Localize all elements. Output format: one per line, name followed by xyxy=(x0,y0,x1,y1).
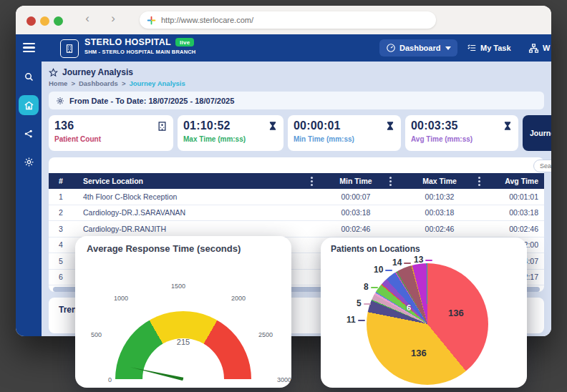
hospital-name: STERLO HOSPITAL xyxy=(84,37,171,47)
gauge-tick: 500 xyxy=(91,331,102,338)
gauge-tick: 2000 xyxy=(231,295,246,302)
stat-max-time: 01:10:52 Max Time (mm:ss) xyxy=(178,115,284,151)
pie-chart-card: Patients on Locations 136 136 6 11 5 8 1… xyxy=(321,237,527,388)
stat-patient-count: 136 Patient Count xyxy=(49,115,173,151)
breadcrumb-home[interactable]: Home xyxy=(49,79,67,87)
gauge-tick: 1500 xyxy=(171,283,185,290)
hospital-title-block: STERLO HOSPITAL live SHM - STERLO HOSPIT… xyxy=(84,37,196,55)
nav-ward[interactable]: W xyxy=(528,39,550,57)
column-menu-icon[interactable] xyxy=(311,180,313,182)
pie-chart xyxy=(367,263,488,385)
col-max-time: Max Time xyxy=(422,177,457,185)
browser-chrome: ‹ › http://www.sterlocare.com/ xyxy=(16,6,551,35)
url-text: http://www.sterlocare.com/ xyxy=(161,16,253,24)
table-row[interactable]: 3Cardiology-DR.RANJITH 00:02:4600:02:460… xyxy=(49,221,544,237)
branch-name: SHM - STERLO HOSPITAL MAIN BRANCH xyxy=(84,49,196,55)
address-bar[interactable]: http://www.sterlocare.com/ xyxy=(140,11,436,29)
stat-min-time: 00:00:01 Min Time (mm:ss) xyxy=(288,115,401,151)
close-window-button[interactable] xyxy=(26,16,36,26)
forward-button[interactable]: › xyxy=(107,11,119,26)
nav-my-task-label: My Task xyxy=(480,44,511,52)
gauge-tick: 3000 xyxy=(277,376,291,383)
table-row[interactable]: 14th Floor C-Block Reception 00:00:0700:… xyxy=(49,189,544,205)
col-min-time: Min Time xyxy=(339,177,372,185)
pie-label: 13 xyxy=(414,255,432,265)
table-header: # Service Location Min Time Max Time Avg… xyxy=(49,173,544,189)
pie-chart-title: Patients on Locations xyxy=(331,244,420,254)
hamburger-menu-icon[interactable] xyxy=(23,43,35,54)
nav-dashboard[interactable]: Dashboard xyxy=(379,39,457,57)
breadcrumb-current: Journey Analysis xyxy=(129,79,185,87)
search-icon[interactable] xyxy=(19,67,38,86)
col-avg-time: Avg Time xyxy=(484,177,544,185)
back-button[interactable]: ‹ xyxy=(82,11,93,26)
home-icon[interactable] xyxy=(19,95,39,115)
hourglass-icon xyxy=(503,121,513,131)
gauge-chart-title: Average Response Time (seconds) xyxy=(87,243,241,254)
nav-my-task[interactable]: My Task xyxy=(467,39,511,57)
minimize-window-button[interactable] xyxy=(40,16,49,26)
live-badge: live xyxy=(175,38,195,46)
hospital-logo-icon xyxy=(60,39,79,58)
desktop-background: ‹ › http://www.sterlocare.com/ xyxy=(0,0,567,392)
share-network-icon[interactable] xyxy=(19,124,38,143)
column-menu-icon[interactable] xyxy=(389,180,392,182)
favorite-star-icon[interactable] xyxy=(49,68,58,77)
sidebar xyxy=(16,62,42,336)
app-header: STERLO HOSPITAL live SHM - STERLO HOSPIT… xyxy=(16,34,551,62)
pie-label: 5 xyxy=(357,298,371,308)
column-menu-icon[interactable] xyxy=(478,180,480,182)
sitemap-icon xyxy=(528,43,539,54)
hospital-building-icon xyxy=(157,121,168,132)
hourglass-icon xyxy=(268,121,278,131)
maximize-window-button[interactable] xyxy=(54,16,63,26)
journey-button[interactable]: Journey xyxy=(523,115,551,151)
col-service-location: Service Location xyxy=(83,177,143,185)
settings-gear-icon[interactable] xyxy=(19,152,38,171)
stats-row: 136 Patient Count 01:10:52 xyxy=(49,115,551,151)
gauge-tick: 2500 xyxy=(258,331,273,338)
breadcrumb-dashboards[interactable]: Dashboards xyxy=(79,79,118,87)
stat-avg-time: 00:03:35 Avg Time (mm:ss) xyxy=(405,115,518,151)
date-filter-bar[interactable]: From Date - To Date: 18/07/2025 - 18/07/… xyxy=(49,92,544,109)
pie-label: 6 xyxy=(407,303,411,312)
pie-label: 8 xyxy=(364,282,378,292)
chevron-down-icon xyxy=(445,46,451,50)
breadcrumb: Home > Dashboards > Journey Analysis xyxy=(49,79,551,87)
gauge-tick: 0 xyxy=(108,376,112,383)
gauge-tick: 1000 xyxy=(114,295,128,302)
pie-label: 10 xyxy=(374,265,392,275)
task-list-icon xyxy=(467,43,477,53)
pie-label: 14 xyxy=(392,258,411,268)
table-row[interactable]: 2Cardiology-DR.J.SARAVANAN 00:03:1800:03… xyxy=(49,205,544,222)
pie-label: 136 xyxy=(448,308,464,318)
gauge-value: 215 xyxy=(158,338,208,346)
filter-gear-icon xyxy=(56,97,64,105)
site-logo-icon xyxy=(147,16,156,25)
hourglass-icon xyxy=(385,121,395,131)
speedometer-icon xyxy=(386,43,396,53)
pie-label: 136 xyxy=(411,348,427,358)
page-title: Journey Analysis xyxy=(62,67,133,77)
pie-label: 11 xyxy=(346,315,365,325)
nav-ward-label: W xyxy=(543,44,550,52)
gauge-chart-card: Average Response Time (seconds) 0 500 10… xyxy=(75,236,291,388)
nav-dashboard-label: Dashboard xyxy=(399,44,440,52)
date-range-label: From Date - To Date: 18/07/2025 - 18/07/… xyxy=(69,97,234,105)
table-search-input[interactable] xyxy=(533,160,551,172)
